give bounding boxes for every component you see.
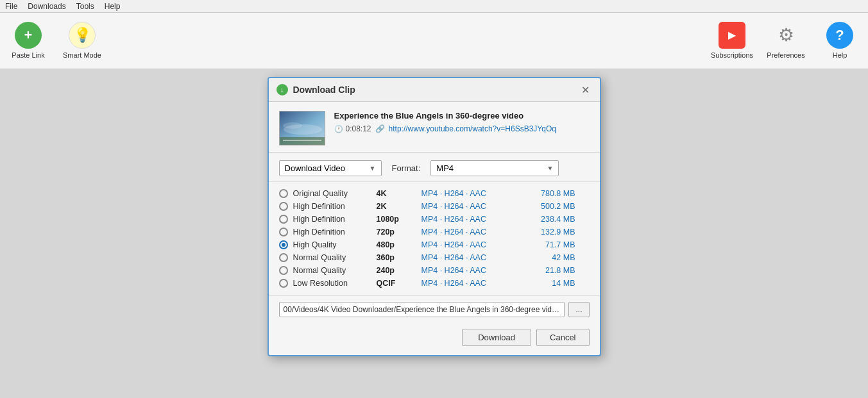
format-section: Download Video ▼ Format: MP4 ▼ (269, 153, 600, 182)
quality-res-nq-360: 360p (377, 253, 421, 262)
browse-button[interactable]: ... (568, 302, 589, 317)
quality-name-hd-2k: High Definition (293, 202, 377, 211)
quality-row-hd-1080[interactable]: High Definition1080pMP4 · H264 · AAC238.… (279, 213, 590, 226)
filepath-input[interactable]: 00/Videos/4K Video Downloader/Experience… (279, 302, 565, 317)
quality-radio-hd-1080[interactable] (279, 215, 288, 224)
dialog-title-text: Download Clip (293, 85, 355, 95)
dialog-titlebar: ↓ Download Clip ✕ (269, 78, 600, 102)
quality-row-lr-qcif[interactable]: Low ResolutionQCIFMP4 · H264 · AAC14 MB (279, 277, 590, 290)
close-button[interactable]: ✕ (579, 83, 592, 96)
dialog-title-icon: ↓ (277, 84, 288, 95)
quality-codec-nq-360: MP4 · H264 · AAC (421, 253, 524, 262)
svg-rect-3 (280, 137, 325, 145)
quality-name-hd-1080: High Definition (293, 215, 377, 224)
smart-mode-label: Smart Mode (63, 51, 101, 60)
quality-row-nq-240[interactable]: Normal Quality240pMP4 · H264 · AAC21.8 M… (279, 264, 590, 277)
menubar: File Downloads Tools Help (0, 0, 868, 13)
svg-point-2 (283, 122, 302, 129)
menu-help[interactable]: Help (105, 2, 121, 11)
main-content: ↓ Download Clip ✕ (0, 69, 868, 398)
quality-size-nq-360: 42 MB (524, 253, 575, 262)
quality-radio-nq-360[interactable] (279, 253, 288, 262)
clock-icon: 🕐 (334, 125, 343, 133)
subscriptions-label: Subscriptions (711, 51, 753, 60)
video-info: Experience the Blue Angels in 360-degree… (269, 102, 600, 153)
quality-codec-hd-720: MP4 · H264 · AAC (421, 228, 524, 236)
preferences-button[interactable]: ⚙ Preferences (765, 22, 806, 60)
quality-size-original: 780.8 MB (524, 189, 575, 198)
type-dropdown-value: Download Video (285, 163, 345, 173)
quality-res-original: 4K (377, 189, 421, 198)
quality-res-hd-1080: 1080p (377, 215, 421, 224)
quality-row-hq-480[interactable]: High Quality480pMP4 · H264 · AAC71.7 MB (279, 238, 590, 251)
quality-codec-hq-480: MP4 · H264 · AAC (421, 240, 524, 249)
help-button[interactable]: ? Help (819, 22, 860, 60)
help-label: Help (833, 51, 847, 60)
preferences-label: Preferences (767, 51, 804, 60)
video-duration-row: 🕐 0:08:12 🔗 http://www.youtube.com/watch… (334, 124, 590, 133)
quality-name-nq-360: Normal Quality (293, 253, 377, 262)
paste-link-label: Paste Link (12, 51, 44, 60)
quality-radio-hq-480[interactable] (279, 240, 288, 249)
quality-codec-lr-qcif: MP4 · H264 · AAC (421, 279, 524, 288)
dialog-title: ↓ Download Clip (277, 84, 355, 95)
menu-tools[interactable]: Tools (76, 2, 94, 11)
format-dropdown-arrow: ▼ (547, 165, 553, 172)
cancel-button[interactable]: Cancel (536, 329, 589, 346)
quality-codec-hd-2k: MP4 · H264 · AAC (421, 202, 524, 211)
subscriptions-button[interactable]: ▶ Subscriptions (711, 22, 753, 60)
dialog-buttons: Download Cancel (269, 324, 600, 355)
video-thumbnail (279, 111, 325, 145)
quality-size-hd-2k: 500.2 MB (524, 202, 575, 211)
quality-codec-hd-1080: MP4 · H264 · AAC (421, 215, 524, 224)
quality-res-lr-qcif: QCIF (377, 279, 421, 288)
quality-radio-original[interactable] (279, 189, 288, 198)
quality-res-nq-240: 240p (377, 266, 421, 275)
filepath-section: 00/Videos/4K Video Downloader/Experience… (269, 295, 600, 324)
download-button[interactable]: Download (462, 329, 531, 346)
quality-size-hq-480: 71.7 MB (524, 240, 575, 249)
quality-row-original[interactable]: Original Quality4KMP4 · H264 · AAC780.8 … (279, 187, 590, 200)
quality-name-lr-qcif: Low Resolution (293, 279, 377, 288)
toolbar: + Paste Link 💡 Smart Mode ▶ Subscription… (0, 13, 868, 69)
quality-size-hd-720: 132.9 MB (524, 228, 575, 236)
menu-file[interactable]: File (5, 2, 17, 11)
quality-name-nq-240: Normal Quality (293, 266, 377, 275)
quality-res-hd-720: 720p (377, 228, 421, 236)
menu-downloads[interactable]: Downloads (28, 2, 65, 11)
quality-row-nq-360[interactable]: Normal Quality360pMP4 · H264 · AAC42 MB (279, 251, 590, 264)
quality-codec-nq-240: MP4 · H264 · AAC (421, 266, 524, 275)
type-dropdown-arrow: ▼ (370, 165, 376, 172)
format-dropdown-value: MP4 (436, 163, 454, 173)
smart-mode-button[interactable]: 💡 Smart Mode (62, 22, 103, 60)
help-icon: ? (826, 22, 853, 49)
quality-radio-hd-720[interactable] (279, 228, 288, 236)
quality-codec-original: MP4 · H264 · AAC (421, 189, 524, 198)
quality-radio-nq-240[interactable] (279, 266, 288, 275)
quality-radio-lr-qcif[interactable] (279, 279, 288, 288)
quality-row-hd-2k[interactable]: High Definition2KMP4 · H264 · AAC500.2 M… (279, 200, 590, 213)
smart-mode-icon: 💡 (69, 22, 96, 49)
download-clip-dialog: ↓ Download Clip ✕ (268, 77, 601, 356)
quality-list: Original Quality4KMP4 · H264 · AAC780.8 … (269, 182, 600, 295)
quality-row-hd-720[interactable]: High Definition720pMP4 · H264 · AAC132.9… (279, 226, 590, 238)
video-duration: 🕐 0:08:12 (334, 124, 371, 133)
format-dropdown[interactable]: MP4 ▼ (430, 160, 559, 176)
video-title: Experience the Blue Angels in 360-degree… (334, 111, 590, 120)
quality-name-hd-720: High Definition (293, 228, 377, 236)
paste-link-button[interactable]: + Paste Link (8, 22, 49, 60)
quality-name-hq-480: High Quality (293, 240, 377, 249)
format-label: Format: (392, 163, 421, 173)
paste-link-icon: + (15, 22, 42, 49)
separator: 🔗 (375, 124, 385, 133)
quality-radio-hd-2k[interactable] (279, 202, 288, 211)
toolbar-left: + Paste Link 💡 Smart Mode (8, 22, 103, 60)
quality-size-lr-qcif: 14 MB (524, 279, 575, 288)
type-dropdown[interactable]: Download Video ▼ (279, 160, 382, 176)
subscriptions-icon: ▶ (719, 22, 745, 49)
quality-res-hd-2k: 2K (377, 202, 421, 211)
video-meta: Experience the Blue Angels in 360-degree… (334, 111, 590, 133)
quality-size-nq-240: 21.8 MB (524, 266, 575, 275)
video-url[interactable]: http://www.youtube.com/watch?v=H6SsB3JYq… (389, 124, 556, 133)
quality-name-original: Original Quality (293, 189, 377, 198)
